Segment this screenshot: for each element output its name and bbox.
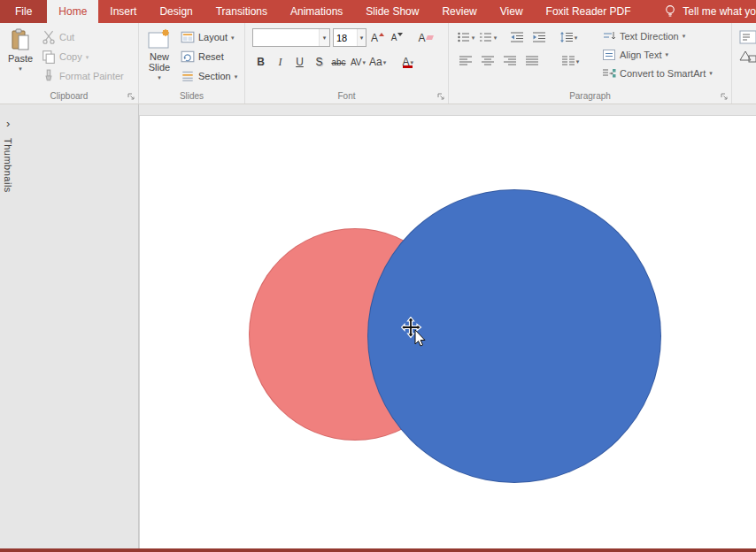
reset-label: Reset [198, 51, 224, 62]
italic-label: I [279, 56, 282, 69]
cut-button[interactable]: Cut [39, 27, 127, 47]
layout-button[interactable]: Layout ▾ [178, 27, 240, 47]
paste-icon [11, 28, 30, 51]
paste-button[interactable]: Paste ▾ [2, 25, 39, 89]
tab-file[interactable]: File [0, 0, 47, 23]
slide-canvas [139, 104, 756, 548]
paragraph-group-label: Paragraph [451, 89, 729, 104]
decrease-indent-icon [510, 30, 524, 44]
chevron-down-icon: ▾ [235, 73, 238, 80]
tab-animations[interactable]: Animations [279, 0, 354, 23]
font-color-button[interactable]: A ▾ [399, 53, 416, 71]
font-group-label: Font [247, 89, 446, 104]
text-box-icon[interactable] [739, 30, 756, 44]
scissors-icon [42, 30, 56, 44]
underline-label: U [296, 56, 304, 68]
justify-button[interactable] [522, 52, 542, 70]
chevron-down-icon: ▾ [383, 59, 387, 65]
tab-slide-show[interactable]: Slide Show [354, 0, 430, 23]
tell-me-box[interactable]: Tell me what yo [654, 0, 756, 23]
chevron-down-icon: ▾ [472, 34, 475, 41]
change-case-button[interactable]: Aa ▾ [369, 53, 386, 71]
chevron-down-icon: ▾ [363, 59, 366, 65]
letter-a: A [391, 33, 397, 42]
font-size-combo[interactable]: ▾ [333, 28, 366, 47]
tab-review[interactable]: Review [430, 0, 488, 23]
layout-label: Layout [198, 32, 228, 42]
font-size-input[interactable] [334, 29, 357, 46]
align-left-button[interactable] [456, 52, 475, 70]
text-shadow-button[interactable]: S [311, 53, 328, 71]
align-center-button[interactable] [478, 52, 498, 70]
increase-indent-button[interactable] [529, 28, 549, 46]
reset-button[interactable]: Reset [178, 47, 240, 66]
font-name-combo[interactable]: ▾ [252, 28, 330, 47]
font-color-swatch [403, 65, 413, 68]
tab-transitions[interactable]: Transitions [204, 0, 279, 23]
line-spacing-button[interactable]: ▾ [559, 28, 578, 46]
align-text-label: Align Text [620, 50, 662, 60]
section-label: Section [198, 71, 231, 81]
font-group: ▾ ▾ A A A [245, 23, 449, 104]
clipboard-group: Paste ▾ Cut [0, 23, 139, 104]
cut-label: Cut [59, 32, 74, 42]
align-left-icon [459, 54, 473, 68]
paragraph-dialog-launcher[interactable] [720, 92, 729, 101]
clipboard-group-label: Clipboard [2, 89, 136, 104]
align-text-button[interactable]: Align Text ▾ [599, 45, 715, 64]
columns-button[interactable]: ▾ [560, 52, 580, 70]
move-cursor [401, 317, 431, 349]
chevron-down-icon: ▾ [494, 34, 498, 41]
convert-to-smartart-button[interactable]: Convert to SmartArt ▾ [599, 64, 715, 82]
tab-design[interactable]: Design [148, 0, 204, 23]
text-direction-button[interactable]: Text Direction ▾ [599, 27, 715, 45]
tab-insert[interactable]: Insert [98, 0, 148, 23]
italic-button[interactable]: I [272, 53, 289, 71]
triangle-down-icon [397, 33, 403, 36]
copy-button[interactable]: Copy ▾ [39, 47, 127, 66]
columns-icon [561, 54, 575, 68]
lightbulb-icon [663, 4, 677, 19]
chevron-down-icon: ▾ [666, 51, 669, 58]
bold-button[interactable]: B [252, 53, 269, 71]
tab-view[interactable]: View [489, 0, 535, 23]
strikethrough-label: abc [331, 58, 345, 67]
text-direction-label: Text Direction [620, 31, 679, 42]
character-spacing-button[interactable]: AV ▾ [350, 53, 366, 71]
strikethrough-button[interactable]: abc [330, 53, 347, 71]
paragraph-group: ▾ ▾ [449, 23, 732, 104]
ribbon: Paste ▾ Cut [0, 23, 756, 104]
section-icon [181, 69, 195, 83]
format-painter-button[interactable]: Format Painter [39, 66, 127, 86]
clipboard-dialog-launcher[interactable] [127, 92, 135, 101]
expand-thumbnails-chevron[interactable]: › [6, 117, 10, 130]
increase-font-size-button[interactable]: A [369, 29, 386, 47]
font-dialog-launcher[interactable] [436, 92, 445, 101]
tab-home[interactable]: Home [47, 0, 98, 23]
char-spacing-label: AV [351, 58, 362, 67]
text-direction-icon [602, 29, 616, 43]
chevron-down-icon[interactable]: ▾ [319, 29, 329, 46]
section-button[interactable]: Section ▾ [178, 66, 240, 86]
shapes-icon[interactable] [739, 50, 756, 64]
status-bar [0, 548, 756, 552]
align-right-button[interactable] [500, 52, 520, 70]
reset-icon [181, 50, 195, 64]
underline-button[interactable]: U [291, 53, 308, 71]
decrease-font-size-button[interactable]: A [389, 29, 405, 47]
chevron-down-icon: ▾ [575, 34, 578, 41]
decrease-indent-button[interactable] [507, 28, 527, 46]
chevron-down-icon[interactable]: ▾ [357, 29, 366, 46]
tab-foxit-reader-pdf[interactable]: Foxit Reader PDF [535, 0, 643, 23]
numbering-button[interactable]: ▾ [478, 28, 498, 46]
thumbnails-label: Thumbnails [3, 138, 13, 193]
new-slide-button[interactable]: New Slide ▾ [141, 25, 178, 89]
thumbnails-panel[interactable]: › Thumbnails [0, 104, 139, 548]
chevron-down-icon: ▾ [86, 54, 89, 60]
justify-icon [525, 54, 539, 68]
chevron-down-icon: ▾ [19, 65, 22, 72]
chevron-down-icon: ▾ [410, 59, 413, 65]
clear-formatting-button[interactable]: A [417, 29, 434, 47]
font-name-input[interactable] [253, 29, 319, 46]
bullets-button[interactable]: ▾ [456, 28, 475, 46]
